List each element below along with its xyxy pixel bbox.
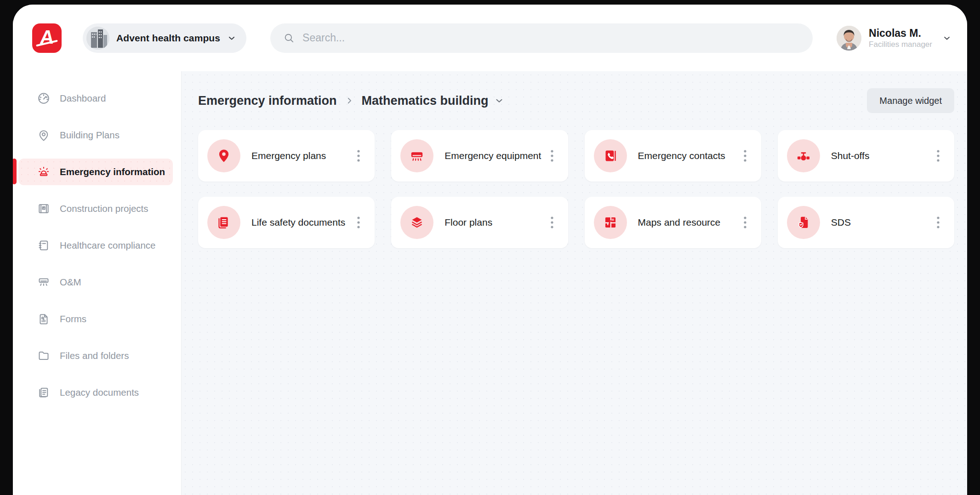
card-icon-circle: [207, 206, 240, 239]
widget-card-floor-plans[interactable]: Floor plans: [391, 197, 568, 248]
sidebar-item-dashboard[interactable]: Dashboard: [18, 85, 173, 112]
card-icon-circle: [787, 206, 820, 239]
map-pin-outline-icon: [37, 128, 51, 142]
card-kebab-menu-button[interactable]: [545, 212, 559, 233]
stacked-documents-icon: [37, 386, 51, 399]
sidebar-item-construction-projects[interactable]: Construction projects: [18, 195, 173, 222]
pipe-valve-icon: [796, 148, 811, 164]
card-label: Emergency contacts: [638, 150, 738, 161]
manage-widget-button[interactable]: Manage widget: [867, 88, 954, 113]
main-header: Emergency information Mathematics buildi…: [198, 88, 954, 113]
card-kebab-menu-button[interactable]: [931, 212, 945, 233]
sidebar-item-label: Legacy documents: [60, 387, 139, 398]
widget-card-sds[interactable]: SDS: [778, 197, 954, 248]
chevron-down-icon: [942, 34, 952, 43]
widget-card-maps-and-resource[interactable]: Maps and resource: [585, 197, 761, 248]
widget-card-emergency-equipment[interactable]: Emergency equipment: [391, 130, 568, 182]
search-bar: [270, 23, 813, 53]
widget-cards-grid: Emergency plans Emergency equipment Emer…: [198, 130, 954, 248]
sidebar-item-emergency-information[interactable]: Emergency information: [18, 159, 173, 185]
gauge-icon: [37, 91, 51, 105]
sidebar-item-healthcare-compliance[interactable]: Healthcare compliance: [18, 232, 173, 259]
hvac-icon: [37, 275, 51, 289]
sidebar-item-label: Construction projects: [60, 203, 148, 214]
map-pin-filled-icon: [216, 148, 232, 164]
card-label: Life safety documents: [251, 217, 352, 228]
main-content: Emergency information Mathematics buildi…: [182, 71, 967, 495]
sidebar-item-label: Files and folders: [60, 350, 129, 361]
body-row: Dashboard Building Plans Emergency infor…: [13, 71, 967, 495]
hvac-unit-icon: [409, 148, 425, 164]
document-lines-icon: [216, 215, 232, 230]
widget-card-emergency-plans[interactable]: Emergency plans: [198, 130, 375, 182]
building-photo-icon: [86, 27, 109, 50]
card-icon-circle: [594, 139, 627, 172]
card-label: Floor plans: [444, 217, 545, 228]
card-icon-circle: [400, 139, 433, 172]
blueprint-icon: [37, 202, 51, 216]
sidebar-item-forms[interactable]: Forms: [18, 306, 173, 332]
alarm-siren-icon: [37, 165, 51, 179]
sidebar-item-label: Building Plans: [60, 130, 120, 141]
card-kebab-menu-button[interactable]: [738, 146, 752, 166]
breadcrumb: Emergency information Mathematics buildi…: [198, 94, 504, 108]
breadcrumb-current-dropdown[interactable]: Mathematics building: [362, 94, 504, 108]
widget-card-life-safety-documents[interactable]: Life safety documents: [198, 197, 375, 248]
floor-map-icon: [603, 215, 618, 230]
card-icon-circle: [207, 139, 240, 172]
breadcrumb-parent[interactable]: Emergency information: [198, 94, 337, 108]
topbar: A Advent heal: [13, 5, 967, 71]
chevron-down-icon: [494, 96, 504, 106]
search-input[interactable]: [302, 32, 800, 44]
sidebar-item-label: Forms: [60, 313, 86, 324]
sidebar-item-legacy-documents[interactable]: Legacy documents: [18, 379, 173, 406]
card-kebab-menu-button[interactable]: [738, 212, 752, 233]
card-icon-circle: [787, 139, 820, 172]
breadcrumb-current: Mathematics building: [362, 94, 489, 108]
form-document-icon: [37, 312, 51, 326]
campus-name: Advent health campus: [116, 33, 220, 44]
active-item-indicator: [13, 159, 17, 184]
card-icon-circle: [594, 206, 627, 239]
card-label: SDS: [831, 217, 931, 228]
sidebar-item-label: Dashboard: [60, 93, 106, 104]
card-label: Shut-offs: [831, 150, 931, 161]
chevron-right-icon: [345, 97, 353, 105]
card-icon-circle: [400, 206, 433, 239]
card-label: Emergency equipment: [444, 150, 545, 161]
brand-letter: A: [39, 28, 55, 49]
sidebar-nav-list: Dashboard Building Plans Emergency infor…: [13, 85, 181, 406]
chevron-down-icon: [227, 34, 236, 43]
app-window: A Advent heal: [13, 5, 967, 495]
notebook-icon: [37, 239, 51, 252]
card-label: Maps and resource: [638, 217, 738, 228]
sidebar-item-files-and-folders[interactable]: Files and folders: [18, 342, 173, 369]
card-kebab-menu-button[interactable]: [352, 146, 365, 166]
sidebar-item-building-plans[interactable]: Building Plans: [18, 122, 173, 148]
sidebar-item-label: Healthcare compliance: [60, 240, 156, 251]
user-info: Nicolas M. Facilities manager: [869, 27, 932, 49]
user-role: Facilities manager: [869, 40, 932, 49]
card-label: Emergency plans: [251, 150, 352, 161]
search-icon: [283, 32, 295, 44]
sidebar: Dashboard Building Plans Emergency infor…: [13, 71, 182, 495]
sidebar-item-o-m[interactable]: O&M: [18, 269, 173, 296]
user-name: Nicolas M.: [869, 27, 932, 39]
card-kebab-menu-button[interactable]: [931, 146, 945, 166]
layers-icon: [409, 215, 425, 230]
user-menu[interactable]: Nicolas M. Facilities manager: [837, 26, 952, 51]
campus-selector[interactable]: Advent health campus: [83, 23, 246, 53]
sidebar-item-label: O&M: [60, 277, 81, 288]
sds-shield-document-icon: [796, 215, 811, 230]
card-kebab-menu-button[interactable]: [545, 146, 559, 166]
brand-logo[interactable]: A: [32, 23, 62, 53]
user-avatar: [837, 26, 861, 51]
card-kebab-menu-button[interactable]: [352, 212, 365, 233]
campus-avatar: [86, 27, 109, 50]
sidebar-item-label: Emergency information: [60, 166, 165, 177]
portrait-photo-icon: [837, 26, 861, 51]
widget-card-shut-offs[interactable]: Shut-offs: [778, 130, 954, 182]
widget-card-emergency-contacts[interactable]: Emergency contacts: [585, 130, 761, 182]
phone-book-icon: [603, 148, 618, 164]
folder-icon: [37, 349, 51, 363]
